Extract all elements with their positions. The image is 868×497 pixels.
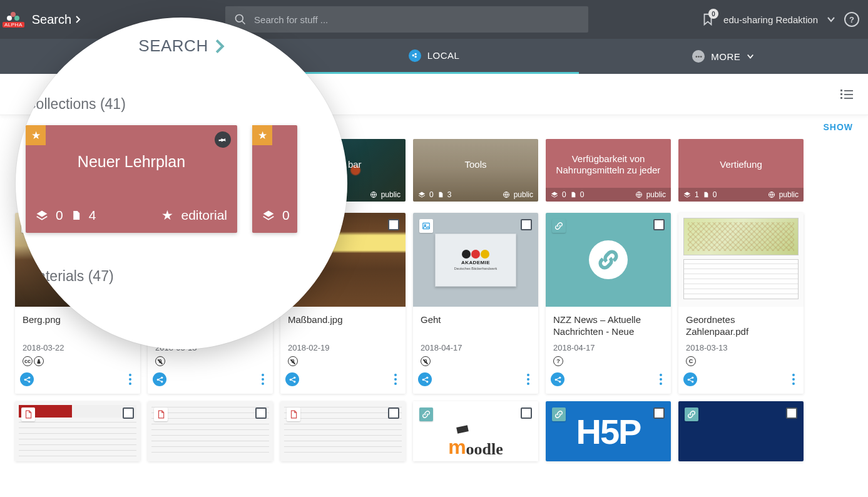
- material-body: Geordnetes Zahlenpaar.pdf2018-03-13C: [678, 307, 804, 371]
- material-thumbnail: moodle: [413, 401, 538, 461]
- material-card[interactable]: AKADEMIEDeutsches BäckerhandwerkGeht2018…: [413, 213, 538, 394]
- svg-rect-30: [423, 223, 430, 228]
- chevron-right-icon: [75, 15, 81, 24]
- material-title: Maßband.jpg: [288, 314, 398, 341]
- material-date: 2018-02-19: [288, 343, 398, 352]
- source-badge-icon: [683, 372, 697, 386]
- svg-point-7: [695, 56, 697, 58]
- card-menu-button[interactable]: [258, 371, 268, 387]
- material-card[interactable]: NZZ News – Aktuelle Nachrichten - Neue20…: [546, 213, 671, 394]
- card-menu-button[interactable]: [125, 371, 135, 387]
- select-checkbox[interactable]: [653, 219, 665, 230]
- navbar-right: 0 edu-sharing Redaktion ?: [701, 12, 859, 27]
- breadcrumb-search[interactable]: Search: [32, 13, 81, 27]
- select-checkbox[interactable]: [653, 407, 665, 419]
- files-count: 0: [580, 190, 585, 199]
- type-badge: [419, 219, 433, 233]
- material-footer: [678, 371, 804, 394]
- source-badge-icon: [418, 372, 432, 386]
- source-badge-icon: [551, 372, 564, 386]
- file-icon: [71, 209, 81, 222]
- list-view-toggle[interactable]: [840, 90, 853, 99]
- type-badge: [21, 407, 35, 421]
- type-badge: [552, 219, 566, 233]
- card-menu-button[interactable]: [656, 371, 666, 387]
- material-thumbnail: [280, 401, 406, 461]
- materials-grid-row2: moodleH5P: [15, 401, 853, 461]
- type-badge: [552, 407, 566, 421]
- card-menu-button[interactable]: [789, 371, 799, 387]
- source-badge-icon: [285, 372, 299, 386]
- globe-icon: [370, 191, 377, 198]
- collection-card[interactable]: Tools03public: [413, 139, 538, 202]
- collection-title: Tools: [413, 139, 538, 188]
- search-field[interactable]: [225, 6, 588, 33]
- card-menu-button[interactable]: [391, 371, 401, 387]
- layers-count: 0: [429, 190, 434, 199]
- thumbnail-art: AKADEMIEDeutsches Bäckerhandwerk: [435, 233, 516, 287]
- layers-icon: [262, 209, 275, 222]
- card-menu-button[interactable]: [523, 371, 533, 387]
- layers-icon: [683, 191, 691, 198]
- select-checkbox[interactable]: [255, 407, 267, 419]
- material-thumbnail: [678, 401, 804, 461]
- globe-icon: [503, 191, 510, 198]
- select-checkbox[interactable]: [521, 407, 532, 419]
- material-license: 0: [155, 356, 265, 366]
- material-footer: [413, 371, 538, 394]
- material-card[interactable]: Geordnetes Zahlenpaar.pdf2018-03-13C: [678, 213, 804, 394]
- svg-point-6: [415, 56, 417, 58]
- chevron-right-icon: [215, 39, 225, 54]
- magnifier-overlay: SEARCH Collections (41) ★ Neuer Lehrplan…: [16, 18, 347, 349]
- svg-point-8: [698, 56, 700, 58]
- collection-title: Vertiefung: [678, 139, 804, 188]
- user-menu-chevron-icon[interactable]: [827, 15, 835, 24]
- bookmark-count-badge: 0: [708, 9, 718, 19]
- mag-collection-card[interactable]: ★ Neuer Lehrplan 0 4 ★ editorial: [26, 125, 237, 233]
- material-body: NZZ News – Aktuelle Nachrichten - Neue20…: [546, 307, 671, 371]
- select-checkbox[interactable]: [388, 407, 399, 419]
- search-input[interactable]: [254, 14, 580, 25]
- type-badge: [287, 407, 300, 421]
- link-circle-icon: [589, 240, 628, 279]
- scope-label: public: [646, 190, 666, 199]
- more-icon: [692, 50, 705, 63]
- mag-collection-card-peek[interactable]: ★ 0: [252, 125, 297, 233]
- select-checkbox[interactable]: [521, 219, 532, 230]
- material-thumbnail: [15, 401, 140, 461]
- select-checkbox[interactable]: [388, 219, 399, 230]
- select-checkbox[interactable]: [123, 407, 134, 419]
- select-checkbox[interactable]: [786, 407, 797, 419]
- cc-zero-icon: 0: [155, 356, 165, 366]
- material-thumbnail: AKADEMIEDeutsches Bäckerhandwerk: [413, 213, 538, 307]
- material-license: cc: [23, 356, 133, 366]
- chevron-down-icon: [747, 53, 754, 60]
- material-card[interactable]: [280, 401, 406, 461]
- material-card[interactable]: [15, 401, 140, 461]
- bookmark-button[interactable]: 0: [701, 13, 715, 26]
- material-footer: [546, 371, 671, 394]
- collection-card[interactable]: Verfügbarkeit von Nahrungsmitteln zu jed…: [546, 139, 671, 202]
- help-button[interactable]: ?: [844, 12, 859, 27]
- material-card[interactable]: [678, 401, 804, 461]
- tab-local[interactable]: LOCAL: [289, 39, 578, 74]
- layers-icon: [418, 191, 426, 198]
- collection-card[interactable]: Vertiefung10public: [678, 139, 804, 202]
- mag-collection-meta: 0: [252, 198, 297, 233]
- tab-more[interactable]: MORE: [579, 39, 868, 74]
- material-date: 2018-03-22: [23, 343, 133, 352]
- material-card[interactable]: H5P: [546, 401, 671, 461]
- collection-meta: 03public: [413, 188, 538, 202]
- collections-show-link[interactable]: SHOW: [823, 122, 853, 132]
- material-thumbnail: [678, 213, 804, 307]
- material-license: ?: [553, 356, 663, 366]
- collection-title: Verfügbarkeit von Nahrungsmitteln zu jed…: [546, 139, 671, 188]
- material-body: Maßband.jpg2018-02-190: [280, 307, 406, 371]
- help-icon: ?: [849, 15, 854, 24]
- material-card[interactable]: [148, 401, 273, 461]
- scope-label: public: [514, 190, 533, 199]
- local-icon: [409, 49, 421, 62]
- globe-icon: [635, 191, 643, 198]
- material-title: NZZ News – Aktuelle Nachrichten - Neue: [553, 314, 663, 341]
- material-card[interactable]: moodle: [413, 401, 538, 461]
